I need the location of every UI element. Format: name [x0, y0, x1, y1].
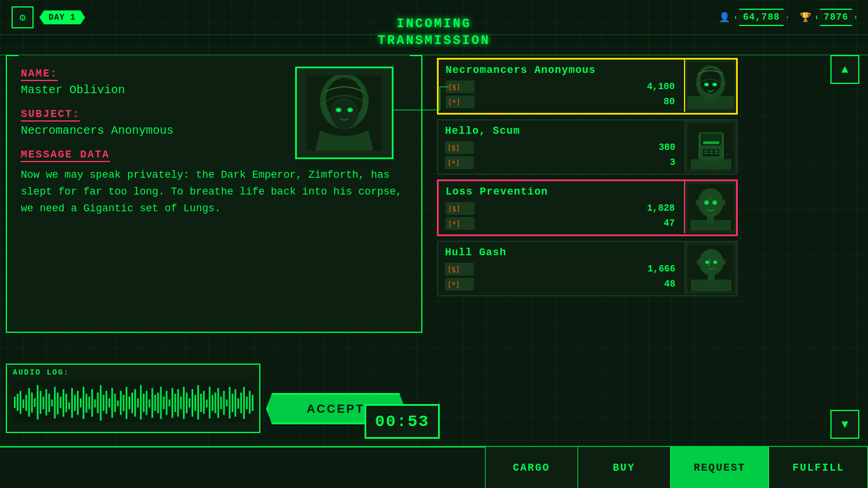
svg-point-7: [349, 109, 351, 111]
svg-rect-43: [111, 388, 113, 418]
fulfill-button[interactable]: FULFILL: [768, 447, 868, 488]
prestige-icon-1: [*]: [446, 96, 475, 108]
svg-point-3: [330, 97, 358, 129]
audio-log-panel: AUDIO LOG:: [6, 364, 260, 433]
svg-rect-23: [54, 387, 56, 418]
svg-rect-74: [200, 394, 202, 412]
svg-rect-29: [71, 388, 73, 418]
credits-value: 64,788: [735, 9, 788, 26]
tx-title-4: Hull Gash: [445, 247, 678, 258]
tx-prestige-3: 47: [664, 218, 677, 229]
svg-rect-45: [117, 401, 119, 406]
credits-icon-3: [$]: [446, 202, 475, 215]
portrait-face-2: [688, 123, 734, 170]
buy-button[interactable]: BUY: [578, 447, 670, 488]
credits-icon: 👤: [719, 12, 730, 23]
svg-rect-18: [40, 391, 42, 414]
svg-rect-26: [62, 389, 64, 417]
scroll-down-button[interactable]: ▼: [830, 410, 859, 439]
svg-rect-31: [77, 391, 79, 415]
transmission-item-3[interactable]: Loss Prevention [$] 1,828 [*] 47: [437, 179, 738, 236]
svg-rect-80: [218, 388, 219, 418]
transmission-item-4[interactable]: Hull Gash [$] 1,666 [*] 48: [437, 241, 738, 296]
svg-rect-47: [123, 395, 124, 411]
svg-rect-116: [709, 151, 713, 152]
scroll-up-button[interactable]: ▲: [830, 55, 859, 84]
audio-waveform: [13, 379, 253, 425]
svg-rect-20: [45, 389, 47, 416]
svg-rect-10: [17, 394, 19, 411]
svg-rect-135: [690, 220, 731, 230]
tx-content-2: Hello, Scum [$] 380 [*] 3: [438, 120, 685, 174]
credits-icon-2: [$]: [445, 141, 474, 154]
settings-button[interactable]: ⚙: [12, 6, 34, 28]
svg-rect-55: [146, 391, 148, 415]
tx-credits-row-1: [$] 4,100: [446, 80, 677, 93]
transmission-item-2[interactable]: Hello, Scum [$] 380 [*] 3: [437, 119, 738, 175]
tx-prestige-2: 3: [670, 157, 678, 168]
prestige-icon: 🏆: [800, 12, 811, 23]
cargo-button[interactable]: CARGO: [485, 447, 578, 488]
tx-prestige-row-3: [*] 47: [446, 217, 677, 230]
svg-rect-78: [212, 395, 214, 411]
portrait-face-3: [687, 184, 734, 230]
svg-rect-73: [197, 385, 199, 419]
svg-rect-115: [704, 151, 708, 152]
svg-rect-32: [80, 398, 82, 408]
top-right-stats: 👤 64,788 🏆 7876: [719, 9, 856, 26]
svg-point-151: [697, 259, 701, 265]
svg-rect-38: [97, 392, 99, 413]
tx-stats-4: [$] 1,666 [*] 48: [445, 263, 678, 291]
tx-content-3: Loss Prevention [$] 1,828 [*] 47: [439, 181, 684, 234]
svg-rect-69: [186, 392, 187, 413]
svg-rect-36: [91, 389, 93, 417]
svg-rect-70: [189, 398, 190, 408]
svg-rect-63: [168, 399, 170, 406]
svg-rect-119: [709, 153, 713, 154]
svg-rect-90: [246, 397, 248, 409]
tx-title-1: Necromancers Anonymous: [446, 64, 677, 76]
tx-portrait-3: [684, 181, 736, 233]
tx-prestige-row-1: [*] 80: [446, 96, 677, 108]
svg-rect-11: [20, 391, 21, 414]
credits-display: 👤 64,788: [719, 9, 788, 26]
day-display: DAY 1: [39, 10, 85, 24]
svg-rect-34: [86, 394, 87, 413]
tx-portrait-2: [685, 120, 737, 173]
svg-rect-79: [215, 392, 216, 413]
prestige-icon-4: [*]: [445, 278, 474, 291]
tx-stats-1: [$] 4,100 [*] 80: [446, 80, 677, 108]
svg-rect-64: [171, 388, 173, 418]
svg-rect-86: [234, 389, 236, 417]
portrait-inner: [297, 68, 392, 157]
svg-rect-19: [43, 397, 45, 409]
svg-text:[$]: [$]: [447, 266, 460, 274]
svg-rect-104: [687, 96, 734, 109]
prestige-icon-2: [*]: [445, 156, 474, 169]
svg-rect-76: [206, 399, 208, 408]
svg-rect-87: [237, 398, 239, 409]
request-button[interactable]: REQUEST: [670, 447, 769, 488]
bottom-navigation: CARGO BUY REQUEST FULFILL: [0, 446, 868, 488]
svg-rect-58: [155, 395, 156, 411]
tx-prestige-1: 80: [664, 97, 677, 107]
svg-rect-50: [131, 392, 133, 413]
tx-credits-3: 1,828: [647, 203, 677, 214]
svg-rect-61: [163, 397, 165, 409]
svg-point-103: [714, 84, 716, 86]
svg-rect-67: [180, 397, 182, 409]
svg-rect-118: [704, 153, 708, 154]
svg-rect-59: [157, 392, 159, 413]
svg-rect-65: [174, 394, 176, 412]
transmission-header: INCOMING TRANSMISSION: [378, 16, 490, 49]
transmission-item-1[interactable]: Necromancers Anonymous [$] 4,100 [*] 80: [437, 58, 738, 115]
character-face-svg: [307, 75, 382, 151]
svg-rect-68: [183, 387, 185, 419]
svg-rect-15: [31, 392, 33, 413]
svg-rect-40: [103, 395, 105, 411]
svg-rect-22: [51, 399, 53, 406]
svg-rect-75: [203, 391, 205, 414]
svg-rect-89: [243, 387, 245, 419]
tx-content-4: Hull Gash [$] 1,666 [*] 48: [438, 242, 685, 295]
tx-credits-row-3: [$] 1,828: [446, 202, 677, 215]
